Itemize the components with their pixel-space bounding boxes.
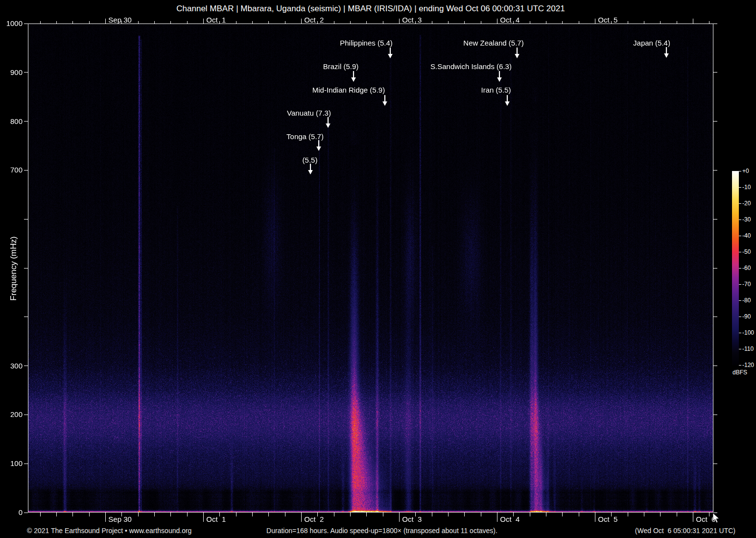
x-tick [530,21,530,24]
y-tick [713,415,717,415]
x-tick [693,19,693,24]
x-tick [350,21,351,24]
colorbar-tick [739,268,741,269]
y-tick [713,121,717,122]
x-tick [530,513,530,516]
x-tick [40,21,41,24]
x-tick [268,21,269,24]
x-tick-label: Oct 4 [500,16,520,24]
mouse-cursor-icon [712,513,720,526]
x-tick [399,19,400,24]
x-tick [464,21,465,24]
x-tick [301,513,302,522]
x-tick [644,513,644,516]
colorbar-tick [739,171,741,171]
x-tick [236,21,236,24]
x-tick [628,513,628,516]
y-tick-label: 800 [3,117,23,125]
y-tick [24,366,28,366]
x-tick [350,513,351,516]
x-tick [285,513,285,516]
y-tick [24,513,28,513]
y-tick-label: 200 [3,410,23,418]
y-tick [713,72,717,73]
x-tick [301,19,302,24]
y-tick [713,170,717,171]
x-tick [595,19,595,24]
y-tick [24,415,28,415]
x-tick [105,513,106,522]
y-tick-label: 100 [3,459,23,467]
x-tick [203,19,204,24]
x-tick [628,21,628,24]
x-tick [562,21,563,24]
annotation-label: New Zealand (5.7) [463,39,523,47]
x-tick [399,513,400,522]
x-tick [203,513,204,522]
footer-copyright: © 2021 The Earthsound Project • www.eart… [27,527,191,535]
x-tick [72,513,73,516]
x-tick [693,513,693,522]
colorbar-tick-label: -20 [742,200,751,207]
annotation-label: Japan (5.4) [633,39,670,47]
footer-duration: Duration=168 hours. Audio speed-up=1800×… [266,527,497,535]
annotation-label: S.Sandwich Islands (6.3) [430,62,512,71]
down-arrow-icon [387,47,393,61]
x-tick-label: Oct 3 [402,16,422,24]
down-arrow-icon [316,140,322,153]
annotation-label: Mid-Indian Ridge (5.9) [312,86,385,94]
x-tick [170,513,171,516]
x-tick [464,513,465,516]
y-tick [24,121,28,122]
x-tick [366,513,367,516]
x-tick [138,21,139,24]
annotation-label: Vanuatu (7.3) [287,109,331,117]
y-tick [713,366,717,366]
colorbar-tick [739,187,741,188]
colorbar-tick-label: -120 [742,362,754,368]
x-tick-label: Oct 5 [598,515,617,523]
down-arrow-icon [307,163,313,177]
x-tick [448,513,449,516]
y-tick [24,464,28,464]
x-tick-label: Oct 4 [500,515,520,523]
colorbar-tick-label: -60 [742,265,751,271]
x-tick [334,21,334,24]
x-tick [660,21,661,24]
x-tick [481,21,481,24]
annotation-label: Iran (5.5) [481,86,511,94]
colorbar-units-label: dBFS [732,369,747,376]
y-tick [713,464,717,464]
y-tick [713,268,717,269]
x-tick [154,513,155,516]
x-tick [187,513,188,516]
x-tick [660,513,661,516]
y-tick [24,317,28,317]
x-tick [252,21,253,24]
x-tick [709,21,709,24]
y-tick [24,219,28,220]
x-tick [644,21,644,24]
down-arrow-icon [514,47,520,61]
x-tick [579,513,579,516]
colorbar-tick [739,220,741,220]
annotation-label: Philippines (5.4) [340,39,393,47]
colorbar-gradient [732,171,739,366]
y-tick-label: 0 [3,508,23,516]
x-tick-label: Sep 30 [108,16,132,24]
colorbar-tick [739,365,741,366]
colorbar-tick-label: -40 [742,232,751,239]
x-tick [497,513,497,522]
x-tick [56,21,57,24]
x-tick [334,513,334,516]
annotation-label: Brazil (5.9) [323,62,359,71]
x-tick [432,513,432,516]
x-tick [546,513,546,516]
x-tick [105,19,106,24]
x-tick-label: Oct 1 [206,515,226,523]
colorbar-tick [739,236,741,236]
colorbar-tick-label: -100 [742,329,754,336]
x-tick [170,21,171,24]
x-tick-label: Oct 3 [402,515,422,523]
y-tick-label: 900 [3,68,23,76]
